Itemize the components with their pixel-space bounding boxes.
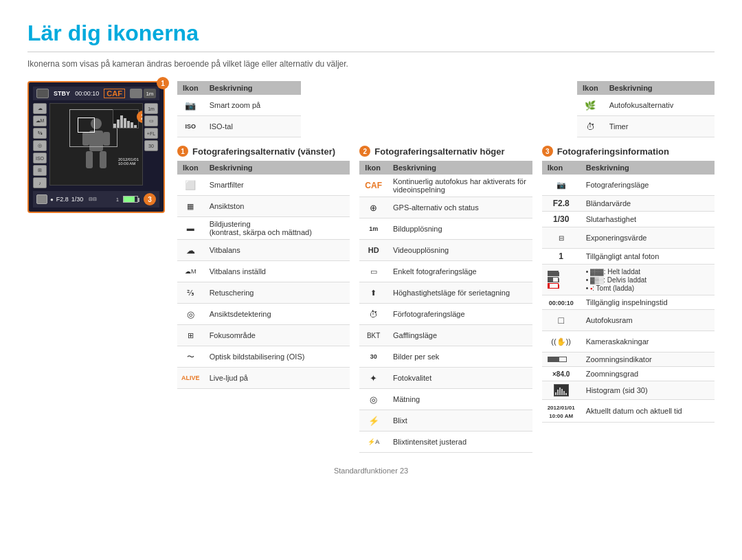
icon-batteri [548,271,575,289]
desc-smart-zoom: Smart zoom på [204,95,301,116]
icon-iso: ISO [183,119,198,134]
icon-forfoto: ⏱ [366,306,381,322]
desc-blixt-int: Blixtintensitet justerad [387,432,532,453]
badge-1: 1 [157,77,169,89]
cam-histogram [113,109,139,128]
cam-top-icon2: 1m [144,89,156,98]
desc-autofocus: Autofokusalternativ [604,95,715,116]
table-row: ▬ Bildjustering(kontrast, skärpa och mät… [177,217,350,240]
desc-ois: Optisk bildstabilisering (OIS) [204,346,350,368]
icon-fotokvalitet: ✦ [366,370,381,385]
table-row: • ▓▓▓: Helt laddat • ▓▒░: Delvis laddat … [542,265,715,295]
icon-live-ljud: ALIVE [183,370,198,385]
col-icon-s3-header: Ikon [577,81,604,95]
table-row: 1 Tillgängligt antal foton [542,249,715,265]
desc-gaffling: Gafflingsläge [387,325,532,346]
svg-rect-15 [559,388,561,395]
section1-title: Fotograferingsalternativ (vänster) [192,146,335,157]
desc-live-ljud: Live-ljud på [204,368,350,389]
desc-datum: Aktuellt datum och aktuell tid [581,400,715,423]
desc-vitbalans-inst: Vitbalans inställd [204,261,350,282]
cam-aperture: F2.8 [56,196,69,203]
desc-matning: Mätning [387,389,532,410]
desc-fotolage: Fotograferingsläge [581,175,715,196]
col-desc-s3-header: Beskrivning [604,81,715,95]
desc-bilder-sek: Bilder per sek [387,346,532,368]
cam-face-frame [78,117,95,133]
desc-kameraskak: Kameraskakningar [581,331,715,352]
table-row: 〜 Optisk bildstabilisering (OIS) [177,346,350,368]
desc-retuschering: Retuschering [204,282,350,304]
desc-blixt: Blixt [387,410,532,432]
table-row: BKT Gafflingsläge [359,325,532,346]
cam-stby: STBY [54,90,70,97]
desc-smartfilter: Smartfilter [204,175,350,196]
desc-vitbalans: Vitbalans [204,240,350,261]
icon-slutarhastighet: 1/30 [553,214,569,224]
desc-forfoto: Förfotograferingsläge [387,304,532,325]
section3-number: 3 [542,146,553,157]
icon-bildjustering: ▬ [183,221,198,236]
svg-rect-12 [134,125,137,128]
table-row: 00:00:10 Tillgänglig inspelningstid [542,295,715,310]
cam-icon-small [36,89,49,98]
table-row: ALIVE Live-ljud på [177,368,350,389]
table-row: ((✋)) Kameraskakningar [542,331,715,352]
svg-rect-3 [100,151,106,168]
svg-rect-6 [113,124,116,128]
svg-rect-7 [117,120,120,128]
table-row: F2.8 Bländarvärde [542,196,715,212]
table-row: ⊕ GPS-alternativ och status [359,197,532,219]
icon-ansiktsdet: ◎ [183,306,198,322]
cam-right-icon1: 1m [144,103,158,114]
table-row: 📷 Smart zoom på [177,95,301,116]
s2-col-desc: Beskrivning [387,161,532,175]
icon-fokusomrade: ⊞ [183,328,198,343]
cam-right-icon4: 30 [144,140,158,151]
icon-af-ram: □ [554,313,569,328]
desc-slutarhastighet: Slutarhastighet [581,212,715,227]
table-row: ☁ Vitbalans [177,240,350,261]
table-row: ☁M Vitbalans inställd [177,261,350,282]
s2-col-icon: Ikon [359,161,387,175]
col-desc-header: Beskrivning [204,81,301,95]
icon-enkelt: ▭ [366,264,381,279]
icon-gaffling: BKT [366,328,381,343]
icon-blixt-int: ⚡A [366,434,381,449]
desc-timer: Timer [604,116,715,137]
desc-enkelt: Enkelt fotograferingsläge [387,261,532,282]
desc-blandarvarde: Bländarvärde [581,196,715,212]
svg-rect-11 [131,122,133,128]
cam-left-icon3: ⅔ [33,128,47,139]
svg-rect-10 [127,121,130,128]
icon-smart-zoom: 📷 [183,98,198,113]
icon-smartfilter: ⬜ [183,177,198,192]
svg-rect-13 [555,392,556,395]
icon-ansiktston: ▦ [183,199,198,214]
icon-autofocus: 🌿 [583,98,598,113]
desc-bildjustering: Bildjustering(kontrast, skärpa och mättn… [204,217,350,240]
icon-inspelning: 00:00:10 [549,300,574,306]
icon-vitbalans: ☁ [183,243,198,258]
page-title: Lär dig ikonerna [27,21,715,52]
cam-battery [123,196,138,203]
cam-left-icon7: ♪ [33,177,47,188]
icon-fotolage: 📷 [554,177,569,192]
icon-vitbalans-inst: ☁M [183,264,198,279]
icon-ois: 〜 [183,349,198,364]
table-row: 1/30 Slutarhastighet [542,212,715,227]
icon-hd: HD [366,243,381,258]
table-row: HD Videoupplösning [359,240,532,261]
icon-exponering: ⊟ [554,230,569,245]
cam-date-display: 2012/01/0110:00 AM [118,157,139,166]
table-row: ⏱ Förfotograferingsläge [359,304,532,325]
svg-rect-14 [557,390,559,395]
icon-datum: 2012/01/0110:00 AM [548,405,575,419]
cam-left-icon2: ☁M [33,115,47,126]
page-footer: Standardfunktioner 23 [27,467,715,475]
table-row: Zoomningsindikator [542,352,715,367]
svg-rect-16 [561,389,563,395]
cam-top-icon1 [130,89,142,98]
svg-rect-18 [565,393,567,395]
table-row: □ Autofokusram [542,310,715,331]
